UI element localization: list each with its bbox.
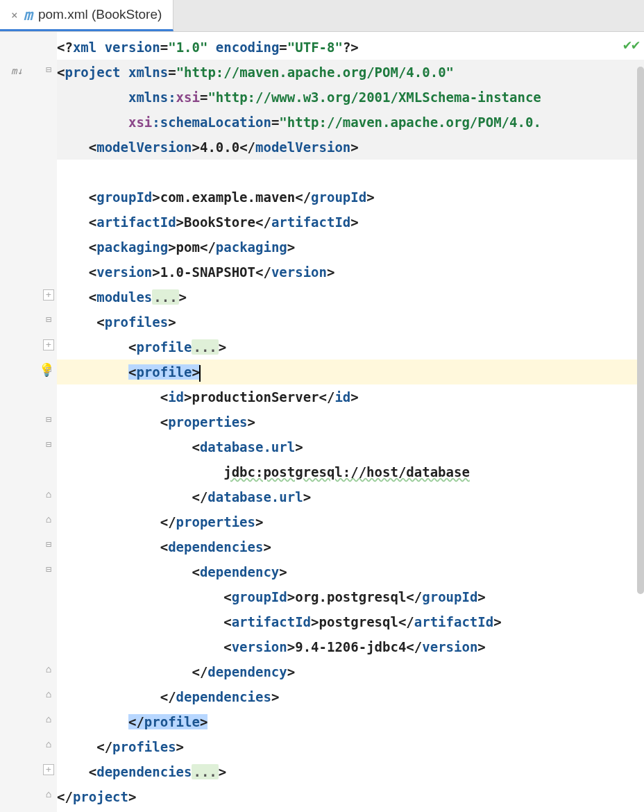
code-line-active[interactable]: <profile>	[57, 360, 644, 384]
fold-toggle-icon[interactable]: ⊟	[43, 539, 54, 550]
fold-close-icon[interactable]: ⌂	[43, 789, 54, 800]
code-content[interactable]: ✔✔ <?xml version="1.0" encoding="UTF-8"?…	[57, 32, 644, 812]
code-line[interactable]: <id>productionServer</id>	[57, 384, 644, 409]
fold-toggle-icon[interactable]: ⊟	[43, 364, 54, 375]
code-line[interactable]: <database.url>	[57, 434, 644, 459]
fold-toggle-icon[interactable]: ⊟	[43, 314, 54, 325]
fold-toggle-icon[interactable]: ⊟	[43, 564, 54, 575]
code-line[interactable]: <groupId>com.example.maven</groupId>	[57, 185, 644, 210]
code-line[interactable]: <properties>	[57, 409, 644, 434]
fold-close-icon[interactable]: ⌂	[43, 514, 54, 525]
code-line[interactable]: xmlns:xsi="http://www.w3.org/2001/XMLSch…	[57, 85, 644, 110]
scrollbar[interactable]	[637, 67, 644, 594]
code-line[interactable]: <packaging>pom</packaging>	[57, 235, 644, 260]
close-icon[interactable]: ×	[11, 8, 18, 22]
fold-close-icon[interactable]: ⌂	[43, 714, 54, 725]
code-line[interactable]: </properties>	[57, 509, 644, 534]
code-line[interactable]: </dependencies>	[57, 684, 644, 709]
code-line[interactable]: <profile...>	[57, 335, 644, 360]
code-line[interactable]: jdbc:postgresql://host/database	[57, 459, 644, 484]
code-line[interactable]: </dependency>	[57, 659, 644, 684]
fold-close-icon[interactable]: ⌂	[43, 489, 54, 500]
code-line[interactable]: <artifactId>BookStore</artifactId>	[57, 210, 644, 235]
code-line[interactable]: <project xmlns="http://maven.apache.org/…	[57, 60, 644, 85]
code-line[interactable]: </profile>	[57, 709, 644, 734]
gutter-maven-indicator[interactable]: m↓	[11, 65, 23, 76]
maven-icon: m	[24, 6, 33, 24]
fold-toggle-icon[interactable]: ⊟	[43, 439, 54, 450]
code-line[interactable]: </profiles>	[57, 734, 644, 759]
analysis-ok-icon[interactable]: ✔✔	[623, 36, 640, 53]
code-line[interactable]: <artifactId>postgresql</artifactId>	[57, 609, 644, 634]
fold-expand-icon[interactable]: +	[43, 289, 54, 301]
fold-toggle-icon[interactable]: ⊟	[43, 414, 54, 425]
code-line[interactable]	[57, 160, 644, 185]
code-line[interactable]: <modules...>	[57, 285, 644, 310]
fold-close-icon[interactable]: ⌂	[43, 664, 54, 675]
code-line[interactable]: <version>9.4-1206-jdbc4</version>	[57, 634, 644, 659]
gutter[interactable]: m↓ ⊟ + ⊟ + 💡 ⊟ ⊟ ⊟ ⌂ ⌂ ⊟ ⊟ ⌂ ⌂ ⌂ ⌂ + ⌂	[0, 32, 57, 812]
fold-close-icon[interactable]: ⌂	[43, 689, 54, 700]
fold-expand-icon[interactable]: +	[43, 339, 54, 350]
code-line[interactable]: <profiles>	[57, 310, 644, 335]
editor[interactable]: m↓ ⊟ + ⊟ + 💡 ⊟ ⊟ ⊟ ⌂ ⌂ ⊟ ⊟ ⌂ ⌂ ⌂ ⌂ + ⌂ ✔…	[0, 32, 644, 812]
code-line[interactable]: <?xml version="1.0" encoding="UTF-8"?>	[57, 35, 644, 60]
code-line[interactable]: xsi:schemaLocation="http://maven.apache.…	[57, 110, 644, 135]
editor-tab[interactable]: × m pom.xml (BookStore)	[0, 0, 173, 31]
fold-expand-icon[interactable]: +	[43, 764, 54, 775]
fold-toggle-icon[interactable]: ⊟	[43, 65, 54, 76]
code-line[interactable]: <groupId>org.postgresql</groupId>	[57, 584, 644, 609]
tab-bar: × m pom.xml (BookStore)	[0, 0, 644, 32]
fold-close-icon[interactable]: ⌂	[43, 739, 54, 750]
code-line[interactable]: </project>	[57, 784, 644, 809]
tab-title: pom.xml (BookStore)	[38, 7, 162, 22]
code-line[interactable]: <dependencies>	[57, 534, 644, 559]
code-line[interactable]: <dependencies...>	[57, 759, 644, 784]
code-line[interactable]: <modelVersion>4.0.0</modelVersion>	[57, 135, 644, 160]
code-line[interactable]: <dependency>	[57, 559, 644, 584]
code-line[interactable]: </database.url>	[57, 484, 644, 509]
code-line[interactable]: <version>1.0-SNAPSHOT</version>	[57, 260, 644, 285]
